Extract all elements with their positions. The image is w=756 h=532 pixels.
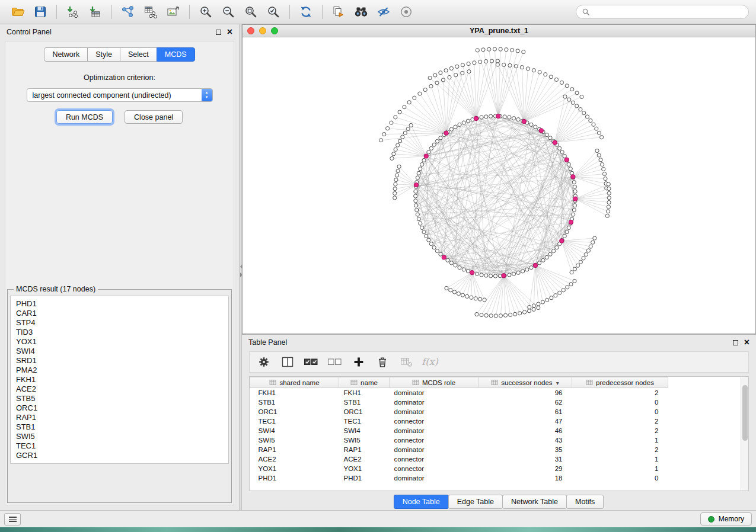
network-node[interactable] xyxy=(591,241,595,244)
zoom-in-button[interactable] xyxy=(195,3,216,21)
network-node[interactable] xyxy=(573,204,576,207)
network-node[interactable] xyxy=(575,104,579,108)
network-node[interactable] xyxy=(593,236,596,240)
mcds-hub-node[interactable] xyxy=(496,114,500,118)
network-node[interactable] xyxy=(417,171,420,175)
tab-select[interactable]: Select xyxy=(120,47,157,62)
network-node[interactable] xyxy=(474,297,477,300)
network-node[interactable] xyxy=(566,286,569,289)
network-node[interactable] xyxy=(414,204,417,207)
network-node[interactable] xyxy=(396,143,400,147)
network-node[interactable] xyxy=(454,125,457,129)
network-node[interactable] xyxy=(512,117,516,120)
network-node[interactable] xyxy=(419,167,422,171)
network-node[interactable] xyxy=(522,310,526,314)
network-node[interactable] xyxy=(510,48,513,52)
network-node[interactable] xyxy=(480,116,483,119)
mcds-result-item[interactable]: GCR1 xyxy=(16,451,223,460)
network-node[interactable] xyxy=(394,182,397,186)
mcds-result-item[interactable]: CAR1 xyxy=(16,309,223,318)
column-header-shared-name[interactable]: shared name xyxy=(250,377,339,388)
network-node[interactable] xyxy=(417,217,420,221)
tab-mcds[interactable]: MCDS xyxy=(157,47,195,62)
network-node[interactable] xyxy=(394,116,397,119)
network-node[interactable] xyxy=(496,63,499,66)
table-row[interactable]: SWI4SWI4dominator462 xyxy=(250,426,668,435)
network-node[interactable] xyxy=(406,127,410,131)
network-node[interactable] xyxy=(414,190,417,193)
network-node[interactable] xyxy=(393,187,397,191)
network-node[interactable] xyxy=(509,313,512,316)
network-canvas[interactable] xyxy=(243,37,755,334)
mcds-hub-node[interactable] xyxy=(569,220,573,224)
network-node[interactable] xyxy=(560,150,564,154)
mcds-result-item[interactable]: RAP1 xyxy=(16,413,223,422)
network-node[interactable] xyxy=(379,139,382,142)
network-node[interactable] xyxy=(449,289,452,292)
network-node[interactable] xyxy=(432,143,436,146)
network-node[interactable] xyxy=(480,273,483,277)
mcds-result-item[interactable]: PMA2 xyxy=(16,366,223,375)
network-node[interactable] xyxy=(548,252,552,256)
table-row[interactable]: FKH1FKH1dominator962 xyxy=(250,388,668,398)
network-node[interactable] xyxy=(513,312,517,316)
network-node[interactable] xyxy=(512,272,516,275)
search-box[interactable] xyxy=(576,5,749,19)
table-row[interactable]: RAP1RAP1dominator352 xyxy=(250,445,668,454)
table-tab-edge-table[interactable]: Edge Table xyxy=(448,495,503,509)
mcds-hub-node[interactable] xyxy=(522,119,526,123)
zoom-selected-button[interactable] xyxy=(263,3,284,21)
table-scrollbar-thumb[interactable] xyxy=(742,385,748,441)
network-node[interactable] xyxy=(586,249,590,252)
network-node[interactable] xyxy=(439,252,442,256)
mcds-hub-node[interactable] xyxy=(502,274,506,278)
network-node[interactable] xyxy=(532,307,535,311)
network-node[interactable] xyxy=(600,163,604,166)
network-node[interactable] xyxy=(403,105,406,109)
network-node[interactable] xyxy=(508,273,511,277)
network-node[interactable] xyxy=(572,180,576,184)
network-node[interactable] xyxy=(532,304,535,307)
network-node[interactable] xyxy=(382,132,386,136)
network-node[interactable] xyxy=(422,158,426,162)
network-node[interactable] xyxy=(544,73,547,76)
mcds-hub-node[interactable] xyxy=(560,239,564,243)
network-node[interactable] xyxy=(461,63,464,67)
mcds-hub-node[interactable] xyxy=(539,129,543,133)
network-node[interactable] xyxy=(602,167,605,171)
network-node[interactable] xyxy=(518,312,522,315)
float-panel-icon[interactable] xyxy=(216,30,221,35)
network-node[interactable] xyxy=(558,146,562,150)
splitter-handle-icon[interactable] xyxy=(240,264,243,277)
network-button[interactable] xyxy=(117,3,139,21)
import-network-button[interactable] xyxy=(62,3,84,21)
network-node[interactable] xyxy=(454,264,457,267)
network-node[interactable] xyxy=(489,274,493,278)
network-node[interactable] xyxy=(496,59,499,63)
table-row[interactable]: YOX1YOX1connector291 xyxy=(250,464,668,473)
network-node[interactable] xyxy=(425,234,428,238)
network-node[interactable] xyxy=(452,290,456,294)
network-node[interactable] xyxy=(441,78,445,82)
network-node[interactable] xyxy=(483,298,486,302)
network-node[interactable] xyxy=(449,127,453,131)
network-graph[interactable] xyxy=(243,37,755,334)
network-node[interactable] xyxy=(607,200,611,204)
binoculars-button[interactable] xyxy=(350,3,372,21)
run-mcds-button[interactable]: Run MCDS xyxy=(56,110,113,124)
network-node[interactable] xyxy=(393,196,397,200)
network-table-button[interactable] xyxy=(140,3,161,21)
network-node[interactable] xyxy=(415,208,419,211)
network-node[interactable] xyxy=(514,65,518,68)
network-node[interactable] xyxy=(525,268,529,271)
network-node[interactable] xyxy=(579,108,582,111)
network-node[interactable] xyxy=(484,313,488,317)
network-node[interactable] xyxy=(555,246,559,249)
network-node[interactable] xyxy=(393,191,397,195)
mcds-hub-node[interactable] xyxy=(553,140,557,145)
panel-menu-button[interactable] xyxy=(4,513,21,525)
table-row[interactable]: ORC1ORC1dominator610 xyxy=(250,407,668,416)
network-node[interactable] xyxy=(392,152,395,156)
network-node[interactable] xyxy=(499,47,502,51)
network-node[interactable] xyxy=(569,167,572,171)
